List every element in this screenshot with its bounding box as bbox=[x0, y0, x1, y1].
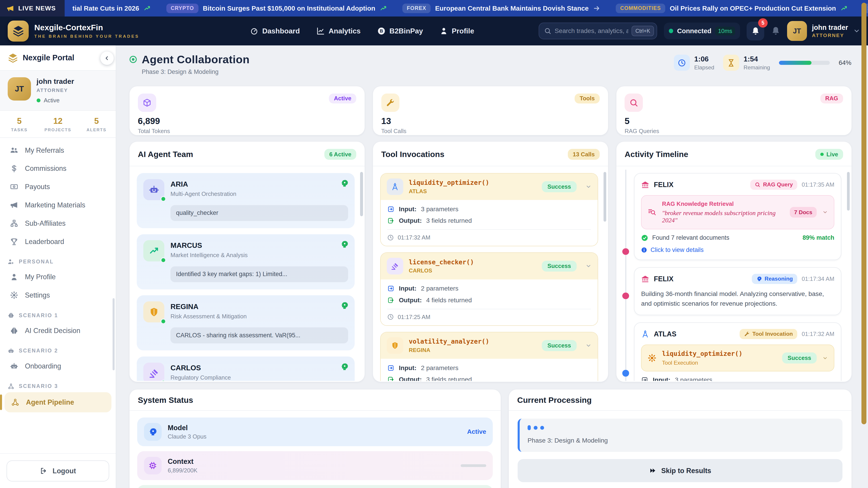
timeline-dot-pink bbox=[622, 293, 629, 299]
global-search[interactable]: Ctrl+K bbox=[539, 23, 657, 39]
ticker-tag: COMMODITIES bbox=[616, 4, 665, 13]
agent-list[interactable]: ARIAMulti-Agent Orchestration quality_ch… bbox=[129, 166, 365, 381]
notifications-button[interactable]: 5 bbox=[747, 22, 764, 40]
user-status: Active bbox=[37, 97, 74, 104]
agent-card-marcus[interactable]: MARCUSMarket Intelligence & Analysis Ide… bbox=[137, 234, 355, 289]
sidebar-item-onboarding[interactable]: Onboarding bbox=[0, 357, 116, 375]
user-role: ATTORNEY bbox=[37, 88, 74, 93]
sidebar-item-sub-affiliates[interactable]: Sub-Affiliates bbox=[0, 214, 116, 232]
brand-logo[interactable] bbox=[8, 21, 29, 41]
psychology-icon bbox=[756, 276, 762, 282]
rag-retrieval-box[interactable]: RAG Knowledge Retrieval "broker revenue … bbox=[641, 195, 834, 229]
chevron-down-icon bbox=[853, 27, 860, 35]
tool-execution-box[interactable]: liquidity_optimizer() Tool Execution Suc… bbox=[641, 345, 834, 371]
chart-line-icon bbox=[316, 27, 325, 35]
sidebar-item-settings[interactable]: Settings bbox=[0, 286, 116, 304]
sidebar-item-payouts[interactable]: Payouts bbox=[0, 177, 116, 196]
tool-call-card[interactable]: license_checker()CARLOS Success Input:2 … bbox=[380, 252, 598, 326]
timeline-list[interactable]: FELIX RAG Query 01:17:35 AM RAG Knowledg… bbox=[616, 166, 851, 381]
sidebar-item-marketing-materials[interactable]: Marketing Materials bbox=[0, 196, 116, 214]
bank-icon bbox=[641, 275, 649, 283]
search-input[interactable] bbox=[551, 27, 631, 35]
agent-card-regina[interactable]: REGINARisk Assessment & Mitigation CARLO… bbox=[137, 295, 355, 350]
nav-profile[interactable]: Profile bbox=[440, 27, 474, 35]
sidebar-scrollbar[interactable] bbox=[113, 298, 115, 370]
agent-card-aria[interactable]: ARIAMulti-Agent Orchestration quality_ch… bbox=[137, 173, 355, 228]
status-row-throughput: Throughput bbox=[137, 485, 493, 488]
info-icon bbox=[641, 247, 647, 253]
network-icon bbox=[11, 398, 20, 406]
ticker-item[interactable]: CRYPTO Bitcoin Surges Past $105,000 on I… bbox=[166, 4, 387, 13]
activity-timeline-panel: Activity Timeline Live FELIX bbox=[616, 142, 851, 382]
clock-icon bbox=[674, 55, 690, 71]
check-circle-icon bbox=[641, 234, 648, 241]
logout-button[interactable]: Logout bbox=[6, 460, 109, 482]
nav-dashboard[interactable]: Dashboard bbox=[250, 27, 300, 35]
online-dot bbox=[160, 257, 166, 263]
bell-muted-icon[interactable] bbox=[771, 26, 780, 36]
section-scenario-2: SCENARIO 2 bbox=[0, 340, 116, 357]
ticker-item[interactable]: FOREX European Central Bank Maintains Do… bbox=[402, 4, 600, 13]
nav-analytics[interactable]: Analytics bbox=[316, 27, 361, 35]
ticker-item[interactable]: COMMODITIES Oil Prices Rally on OPEC+ Pr… bbox=[616, 4, 848, 13]
skip-to-results-button[interactable]: Skip to Results bbox=[518, 459, 842, 482]
tool-call-card[interactable]: volatility_analyzer()REGINA Success Inpu… bbox=[380, 332, 598, 381]
layers-icon bbox=[8, 53, 18, 63]
agent-list-scrollbar[interactable] bbox=[360, 172, 363, 216]
doc-search-icon bbox=[648, 208, 656, 217]
user-menu[interactable]: JT john trader ATTORNEY bbox=[787, 21, 860, 41]
timeline-scrollbar[interactable] bbox=[847, 172, 850, 210]
header-right: Ctrl+K Connected 10ms 5 JT john trader A… bbox=[539, 21, 860, 41]
live-dot bbox=[820, 153, 824, 156]
system-status-panel: System Status ModelClaude 3 Opus Active … bbox=[129, 390, 501, 488]
sidebar-item-ai-credit-decision[interactable]: AI Credit Decision bbox=[0, 322, 116, 340]
success-badge: Success bbox=[782, 352, 817, 363]
page-scrollbar[interactable] bbox=[862, 3, 866, 424]
nav-b2binpay[interactable]: B B2BinPay bbox=[377, 27, 423, 35]
clock-icon bbox=[387, 314, 394, 320]
news-ticker: LIVE NEWS tial Rate Cuts in 2026 CRYPTO … bbox=[0, 0, 868, 17]
sidebar-item-my-profile[interactable]: My Profile bbox=[0, 268, 116, 286]
agent-card-carlos[interactable]: CARLOSRegulatory Compliance REGINA - com… bbox=[137, 357, 355, 381]
chevron-down-icon[interactable] bbox=[585, 263, 592, 269]
sidebar-user-card: JT john trader ATTORNEY Active bbox=[0, 71, 116, 111]
elapsed-timer: 1:06Elapsed bbox=[674, 55, 714, 71]
search-icon bbox=[755, 182, 760, 187]
section-scenario-1: SCENARIO 1 bbox=[0, 304, 116, 322]
chevron-down-icon[interactable] bbox=[585, 184, 592, 190]
gavel-icon bbox=[387, 258, 403, 274]
sidebar-item-leaderboard[interactable]: Leaderboard bbox=[0, 232, 116, 251]
status-badge: Active bbox=[329, 94, 356, 103]
ticker-tag: FOREX bbox=[402, 4, 431, 13]
avatar: JT bbox=[8, 77, 31, 101]
hourglass-icon bbox=[723, 55, 739, 71]
context-usage-bar bbox=[461, 464, 486, 467]
tool-call-list[interactable]: liquidity_optimizer()ATLAS Success Input… bbox=[373, 166, 608, 381]
people-icon bbox=[10, 146, 18, 155]
timeline-event-tool[interactable]: ATLAS Tool Invocation 01:17:32 AM liquid… bbox=[634, 322, 842, 381]
timeline-event-reasoning[interactable]: FELIX Reasoning 01:17:34 AM Building 36-… bbox=[634, 267, 842, 315]
status-row-context: Context6,899/200K bbox=[137, 451, 493, 480]
gear-icon bbox=[648, 354, 656, 362]
app-root: LIVE NEWS tial Rate Cuts in 2026 CRYPTO … bbox=[0, 0, 868, 488]
brain-icon bbox=[8, 312, 14, 319]
brand-tagline: THE BRAIN BEHIND YOUR TRADES bbox=[34, 34, 140, 39]
sidebar-item-agent-pipeline[interactable]: Agent Pipeline bbox=[4, 392, 112, 412]
tool-list-scrollbar[interactable] bbox=[603, 172, 606, 222]
compass-icon bbox=[387, 178, 403, 195]
person-icon bbox=[440, 27, 448, 35]
timeline-event-rag[interactable]: FELIX RAG Query 01:17:35 AM RAG Knowledg… bbox=[634, 173, 842, 260]
chevron-down-icon[interactable] bbox=[585, 343, 592, 349]
bell-icon bbox=[751, 27, 760, 35]
status-badge: RAG bbox=[820, 94, 843, 103]
sidebar-collapse-button[interactable] bbox=[100, 52, 114, 65]
trend-up-icon bbox=[840, 5, 848, 12]
ticker-item[interactable]: tial Rate Cuts in 2026 bbox=[72, 4, 151, 12]
sidebar-item-commissions[interactable]: Commissions bbox=[0, 160, 116, 178]
chevron-down-icon[interactable] bbox=[822, 355, 828, 361]
bitcoin-icon: B bbox=[377, 27, 385, 35]
sidebar-item-my-referrals[interactable]: My Referrals bbox=[0, 141, 116, 160]
chevron-down-icon[interactable] bbox=[822, 209, 828, 215]
tool-call-card[interactable]: liquidity_optimizer()ATLAS Success Input… bbox=[380, 173, 598, 247]
view-details-link[interactable]: Click to view details bbox=[641, 247, 834, 254]
